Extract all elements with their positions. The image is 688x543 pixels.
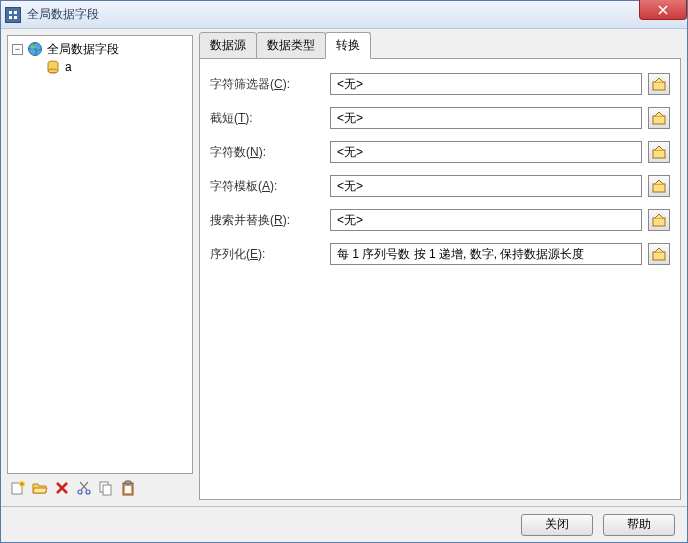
svg-rect-18 (653, 116, 665, 124)
svg-rect-15 (125, 481, 131, 484)
open-folder-button[interactable] (31, 479, 49, 497)
svg-rect-20 (653, 184, 665, 192)
input-char-count[interactable] (330, 141, 642, 163)
tree-child-label: a (65, 60, 72, 74)
tree-child-item[interactable]: a (10, 58, 190, 76)
tab-panel-transform: 字符筛选器(C): 截短(T): 字符数(N): 字符模板(A): (199, 58, 681, 500)
row-char-template: 字符模板(A): (210, 175, 670, 197)
svg-rect-22 (653, 252, 665, 260)
dialog-window: 全局数据字段 − 全局数据字段 a (0, 0, 688, 543)
help-button[interactable]: 帮助 (603, 514, 675, 536)
edit-char-template-button[interactable] (648, 175, 670, 197)
svg-point-11 (86, 490, 90, 494)
copy-button[interactable] (97, 479, 115, 497)
new-item-button[interactable] (9, 479, 27, 497)
titlebar: 全局数据字段 (1, 1, 687, 29)
delete-button[interactable] (53, 479, 71, 497)
tree-toolbar (7, 476, 193, 500)
globe-icon (27, 41, 43, 57)
tab-transform[interactable]: 转换 (325, 32, 371, 59)
tab-data-type[interactable]: 数据类型 (256, 32, 326, 59)
row-char-count: 字符数(N): (210, 141, 670, 163)
close-window-button[interactable] (639, 0, 687, 20)
paste-button[interactable] (119, 479, 137, 497)
input-truncate[interactable] (330, 107, 642, 129)
svg-rect-13 (103, 485, 111, 495)
label-char-filter: 字符筛选器(C): (210, 76, 330, 93)
row-truncate: 截短(T): (210, 107, 670, 129)
row-search-replace: 搜索并替换(R): (210, 209, 670, 231)
svg-point-5 (31, 45, 36, 49)
row-char-filter: 字符筛选器(C): (210, 73, 670, 95)
tree-root-label: 全局数据字段 (47, 41, 119, 58)
edit-serialize-button[interactable] (648, 243, 670, 265)
tree-collapse-icon[interactable]: − (12, 44, 23, 55)
edit-search-replace-button[interactable] (648, 209, 670, 231)
tree-root-item[interactable]: − 全局数据字段 (10, 40, 190, 58)
label-serialize: 序列化(E): (210, 246, 330, 263)
label-char-count: 字符数(N): (210, 144, 330, 161)
tab-strip: 数据源 数据类型 转换 (199, 35, 681, 59)
svg-rect-21 (653, 218, 665, 226)
input-serialize[interactable] (330, 243, 642, 265)
window-title: 全局数据字段 (27, 6, 99, 23)
edit-char-filter-button[interactable] (648, 73, 670, 95)
svg-point-10 (78, 490, 82, 494)
label-search-replace: 搜索并替换(R): (210, 212, 330, 229)
input-char-template[interactable] (330, 175, 642, 197)
svg-rect-2 (9, 16, 12, 19)
svg-rect-3 (14, 16, 17, 19)
cut-button[interactable] (75, 479, 93, 497)
client-area: − 全局数据字段 a (1, 29, 687, 506)
input-char-filter[interactable] (330, 73, 642, 95)
edit-char-count-button[interactable] (648, 141, 670, 163)
app-icon (5, 7, 21, 23)
row-serialize: 序列化(E): (210, 243, 670, 265)
svg-rect-1 (14, 11, 17, 14)
label-char-template: 字符模板(A): (210, 178, 330, 195)
svg-rect-16 (125, 486, 131, 493)
database-icon (45, 59, 61, 75)
input-search-replace[interactable] (330, 209, 642, 231)
svg-rect-17 (653, 82, 665, 90)
edit-truncate-button[interactable] (648, 107, 670, 129)
right-panel: 数据源 数据类型 转换 字符筛选器(C): 截短(T): 字符数(N): (199, 35, 681, 500)
svg-rect-0 (9, 11, 12, 14)
dialog-button-bar: 关闭 帮助 (1, 506, 687, 542)
tree-view[interactable]: − 全局数据字段 a (7, 35, 193, 474)
tab-data-source[interactable]: 数据源 (199, 32, 257, 59)
label-truncate: 截短(T): (210, 110, 330, 127)
svg-rect-19 (653, 150, 665, 158)
close-button[interactable]: 关闭 (521, 514, 593, 536)
left-panel: − 全局数据字段 a (7, 35, 193, 500)
